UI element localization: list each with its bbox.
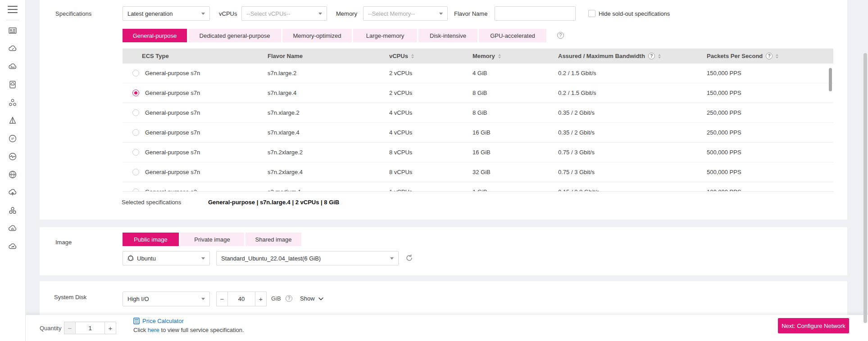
image-version-select[interactable]: Standard_Ubuntu_22.04_latest(6 GiB) (216, 251, 399, 265)
cloud-server-icon[interactable] (7, 61, 18, 72)
bandwidth-cell: 0.75 / 3 Gbit/s (554, 149, 703, 156)
col-pps-label: Packets Per Second (707, 53, 763, 59)
sort-icon[interactable] (658, 54, 661, 58)
tab-private-image[interactable]: Private image (180, 233, 244, 246)
hint-here-link[interactable]: here (148, 327, 159, 333)
hide-soldout-checkbox[interactable] (588, 10, 595, 17)
ecs-type-cell: General-purpose s7n (145, 149, 200, 156)
ecs-type-cell: General-purpose s2 (145, 188, 197, 192)
workspace-card-icon[interactable] (7, 25, 18, 36)
table-row[interactable]: General-purpose s7n s7n.xlarge.4 4 vCPUs… (123, 123, 833, 143)
disk-size-plus-button[interactable]: + (255, 292, 267, 306)
os-select[interactable]: Ubuntu (123, 251, 210, 265)
table-row[interactable]: General-purpose s7n s7n.2xlarge.4 8 vCPU… (123, 162, 833, 182)
vcpus-select[interactable]: --Select vCPUs-- (241, 6, 327, 21)
sort-down-arrow (411, 57, 414, 58)
bandwidth-cell: 0.75 / 3 Gbit/s (554, 169, 703, 175)
sort-up-arrow (658, 54, 661, 56)
table-row[interactable]: General-purpose s7n s7n.xlarge.2 4 vCPUs… (123, 103, 833, 123)
calculator-icon (133, 318, 140, 324)
page-scrollbar[interactable] (863, 53, 867, 323)
table-row[interactable]: General-purpose s7n s7n.2xlarge.2 8 vCPU… (123, 143, 833, 162)
radio-button[interactable] (132, 169, 139, 175)
radio-button[interactable] (132, 129, 139, 136)
memory-select[interactable]: --Select Memory-- (363, 6, 448, 21)
cloud-transfer-icon[interactable] (7, 241, 18, 252)
flavor-cell: s7n.large.2 (264, 70, 385, 76)
refresh-icon[interactable] (405, 254, 413, 262)
bandwidth-cell: 0.35 / 2 Gbit/s (554, 129, 703, 136)
sidebar-icon-list: IP DNS (0, 25, 25, 252)
tab-shared-image[interactable]: Shared image (245, 233, 301, 246)
flavor-table-body: General-purpose s7n s7n.large.2 2 vCPUs … (123, 63, 833, 192)
cloud-chart-icon[interactable] (7, 223, 18, 234)
vcpus-cell: 2 vCPUs (385, 90, 468, 96)
ecs-type-cell: General-purpose s7n (145, 169, 200, 175)
disk-size-input[interactable] (228, 292, 255, 306)
chevron-down-icon (439, 13, 443, 15)
disk-type-select[interactable]: High I/O (123, 292, 210, 306)
autoscaling-icon[interactable] (7, 115, 18, 126)
document-cloud-icon[interactable] (7, 79, 18, 90)
ecs-type-cell: General-purpose s7n (145, 70, 200, 76)
radio-button[interactable] (132, 70, 139, 76)
flavor-tabs-help-icon[interactable]: ? (557, 32, 564, 39)
generation-select[interactable]: Latest generation (123, 6, 210, 21)
sort-up-arrow (411, 54, 414, 56)
dns-icon[interactable]: DNS (7, 169, 18, 180)
flavor-search-input[interactable] (499, 10, 580, 18)
bandwidth-help-icon[interactable]: ? (648, 53, 655, 59)
os-select-value: Ubuntu (137, 255, 156, 262)
disk-size-minus-button[interactable]: − (216, 292, 228, 306)
pps-help-icon[interactable]: ? (766, 53, 773, 59)
radio-button[interactable] (132, 149, 139, 156)
price-calculator-link[interactable]: Price Calculator (133, 318, 184, 324)
elastic-ip-icon[interactable]: IP (7, 133, 18, 144)
flavor-cell: s7n.xlarge.2 (264, 109, 385, 116)
tab-disk-intensive[interactable]: Disk-intensive (418, 29, 477, 42)
table-row[interactable]: General-purpose s7n s7n.large.2 2 vCPUs … (123, 63, 833, 83)
radio-button[interactable] (132, 188, 139, 192)
os-select-content: Ubuntu (127, 255, 156, 262)
sort-icon[interactable] (411, 54, 414, 58)
cloud-upload-icon[interactable] (7, 187, 18, 198)
tab-general-purpose[interactable]: General-purpose (123, 29, 187, 42)
image-version-value: Standard_Ubuntu_22.04_latest(6 GiB) (221, 255, 321, 262)
vcpus-label: vCPUs (219, 10, 237, 17)
tab-public-image[interactable]: Public image (123, 233, 179, 246)
chevron-down-icon (201, 257, 205, 260)
col-flavor-name-label: Flavor Name (268, 53, 303, 59)
quantity-input[interactable] (76, 322, 105, 334)
quantity-plus-button[interactable]: + (105, 322, 116, 334)
radio-button[interactable] (132, 109, 139, 116)
disk-show-link[interactable]: Show (300, 295, 323, 302)
quantity-minus-button[interactable]: − (64, 322, 76, 334)
tab-gpu-accelerated[interactable]: GPU-accelerated (479, 29, 546, 42)
bandwidth-cell: 0.15 / 0.8 Gbit/s (554, 188, 703, 192)
resource-group-icon[interactable] (7, 205, 18, 216)
table-row-selected[interactable]: General-purpose s7n s7n.large.4 2 vCPUs … (123, 83, 833, 103)
sort-icon[interactable] (498, 54, 501, 58)
tab-dedicated-general-purpose[interactable]: Dedicated general-purpose (188, 29, 281, 42)
chevron-down-icon (318, 297, 323, 301)
disk-help-icon[interactable]: ? (286, 295, 292, 302)
table-scrollbar[interactable] (829, 68, 832, 91)
next-configure-network-button[interactable]: Next: Configure Network (778, 318, 849, 333)
vpc-endpoint-icon[interactable] (7, 151, 18, 162)
sort-icon[interactable] (776, 54, 778, 58)
radio-button-selected[interactable] (132, 90, 139, 96)
hint-suffix: to view full service specification. (159, 327, 244, 333)
cloud-gauge-icon[interactable] (7, 43, 18, 54)
hexagon-cluster-icon[interactable] (7, 97, 18, 108)
memory-cell: 4 GiB (468, 70, 554, 76)
disk-unit-label: GiB (271, 295, 281, 302)
specifications-label: Specifications (55, 10, 91, 17)
flavor-cell: s7n.2xlarge.4 (264, 169, 385, 175)
menu-icon[interactable] (7, 4, 18, 14)
tab-large-memory[interactable]: Large-memory (353, 29, 417, 42)
tab-memory-optimized[interactable]: Memory-optimized (282, 29, 352, 42)
flavor-name-label: Flavor Name (454, 10, 487, 17)
vcpus-cell: 8 vCPUs (385, 169, 468, 175)
table-row-partial[interactable]: General-purpose s2 s2.medium.1 1 vCPUs 1… (123, 182, 833, 192)
quantity-stepper: − + (64, 322, 116, 334)
